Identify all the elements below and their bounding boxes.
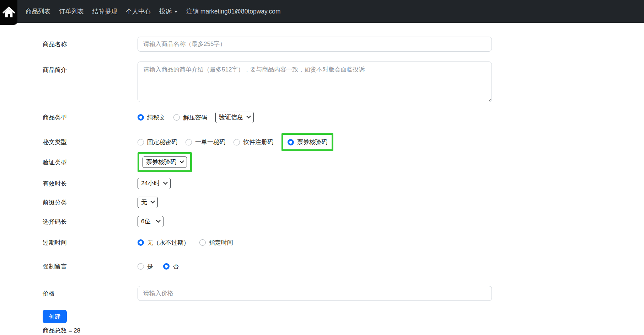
prefix-category-label: 前缀分类	[43, 198, 138, 207]
radio-software-register-code[interactable]: 软件注册码	[234, 138, 273, 146]
nav-item-order-list[interactable]: 订单列表	[59, 7, 84, 16]
radio-pure-secret-text[interactable]: 纯秘文	[138, 113, 165, 122]
row-secret-type: 秘文类型 固定秘密码 一单一秘码 软件注册码 票券核验码	[43, 133, 644, 151]
product-intro-label: 商品简介	[43, 62, 138, 74]
product-create-form: 商品名称 商品简介 商品类型 纯秘文 解压密码 验证信息 秘文类型	[0, 23, 644, 335]
radio-unchecked-icon	[186, 139, 192, 145]
product-type-label: 商品类型	[43, 113, 138, 122]
row-product-name: 商品名称	[43, 37, 644, 52]
nav-item-product-list[interactable]: 商品列表	[26, 7, 50, 16]
nav-item-logout-email[interactable]: 注销 marketing01@80topway.com	[186, 7, 280, 16]
radio-unchecked-icon	[199, 239, 206, 246]
force-message-label: 强制留言	[43, 262, 138, 271]
chevron-down-icon	[150, 199, 155, 203]
select-value: 6位	[141, 217, 150, 225]
select-value: 无	[141, 198, 147, 206]
secret-type-controls: 固定秘密码 一单一秘码 软件注册码 票券核验码	[138, 133, 333, 151]
radio-label: 指定时间	[209, 239, 233, 247]
radio-label: 解压密码	[183, 113, 207, 122]
product-name-input[interactable]	[138, 37, 492, 52]
radio-checked-icon	[288, 139, 294, 145]
valid-duration-label: 有效时长	[43, 180, 138, 188]
radio-unchecked-icon	[173, 114, 180, 121]
radio-label: 票券核验码	[297, 138, 327, 146]
radio-label: 固定秘密码	[147, 138, 177, 146]
nav-item-settlement-withdraw[interactable]: 结算提现	[92, 7, 117, 16]
radio-label: 是	[147, 262, 153, 271]
caret-down-icon	[174, 11, 178, 13]
product-type-controls: 纯秘文 解压密码 验证信息	[138, 112, 254, 123]
verify-type-select[interactable]: 票券核验码	[143, 156, 187, 168]
nav-item-complaint-label: 投诉	[159, 7, 172, 16]
product-name-label: 商品名称	[43, 40, 138, 48]
product-intro-textarea[interactable]	[138, 62, 492, 102]
verify-info-select[interactable]: 验证信息	[215, 112, 254, 123]
radio-checked-icon	[138, 239, 144, 246]
create-button[interactable]: 创建	[43, 310, 67, 323]
radio-specified-time[interactable]: 指定时间	[199, 239, 233, 247]
top-navbar: 商品列表 订单列表 结算提现 个人中心 投诉 注销 marketing01@80…	[0, 0, 644, 23]
radio-one-order-one-code[interactable]: 一单一秘码	[186, 138, 225, 146]
code-length-label: 选择码长	[43, 218, 138, 226]
radio-unzip-password[interactable]: 解压密码	[173, 113, 207, 122]
radio-label: 纯秘文	[147, 113, 165, 122]
radio-force-message-no[interactable]: 否	[163, 262, 179, 271]
radio-unchecked-icon	[138, 139, 144, 145]
chevron-down-icon	[246, 114, 251, 118]
home-button[interactable]	[0, 0, 17, 25]
radio-fixed-secret-code[interactable]: 固定秘密码	[138, 138, 177, 146]
row-product-intro: 商品简介	[43, 62, 644, 102]
verify-type-label: 验证类型	[43, 158, 138, 166]
radio-checked-icon	[138, 114, 144, 121]
home-icon	[2, 6, 16, 19]
row-expire-time: 过期时间 无（永不过期） 指定时间	[43, 237, 644, 248]
chevron-down-icon	[163, 180, 168, 185]
highlight-box-verify-type-select: 票券核验码	[138, 152, 192, 172]
radio-ticket-verify-code[interactable]: 票券核验码	[288, 138, 327, 146]
row-submit: 创建 商品总数 = 28	[43, 310, 644, 335]
radio-checked-icon	[163, 263, 170, 270]
expire-time-label: 过期时间	[43, 239, 138, 247]
price-input[interactable]	[138, 286, 492, 301]
row-valid-duration: 有效时长 24小时	[43, 178, 644, 189]
row-prefix-category: 前缀分类 无	[43, 197, 644, 208]
prefix-category-select[interactable]: 无	[138, 197, 158, 208]
radio-label: 一单一秘码	[195, 138, 225, 146]
radio-label: 软件注册码	[243, 138, 273, 146]
row-product-type: 商品类型 纯秘文 解压密码 验证信息	[43, 111, 644, 123]
select-value: 验证信息	[219, 113, 243, 121]
select-value: 票券核验码	[146, 158, 176, 166]
chevron-down-icon	[156, 218, 161, 223]
force-message-controls: 是 否	[138, 262, 179, 271]
valid-duration-select[interactable]: 24小时	[138, 178, 171, 189]
radio-label: 否	[173, 262, 179, 271]
chevron-down-icon	[179, 159, 184, 163]
nav-item-complaint-dropdown[interactable]: 投诉	[159, 7, 178, 16]
nav-item-personal-center[interactable]: 个人中心	[126, 7, 151, 16]
radio-force-message-yes[interactable]: 是	[138, 262, 153, 271]
secret-type-label: 秘文类型	[43, 138, 138, 146]
radio-unchecked-icon	[234, 139, 240, 145]
highlight-box-ticket-verify-radio: 票券核验码	[281, 133, 333, 151]
row-code-length: 选择码长 6位	[43, 216, 644, 227]
row-force-message: 强制留言 是 否	[43, 261, 644, 272]
radio-unchecked-icon	[138, 263, 144, 270]
product-total-count: 商品总数 = 28	[43, 326, 644, 335]
price-label: 价格	[43, 289, 138, 298]
row-price: 价格	[43, 286, 644, 301]
row-verify-type: 验证类型 票券核验码	[43, 152, 644, 172]
code-length-select[interactable]: 6位	[138, 216, 163, 227]
expire-time-controls: 无（永不过期） 指定时间	[138, 239, 233, 247]
radio-label: 无（永不过期）	[147, 239, 189, 247]
radio-never-expire[interactable]: 无（永不过期）	[138, 239, 189, 247]
select-value: 24小时	[141, 179, 160, 187]
